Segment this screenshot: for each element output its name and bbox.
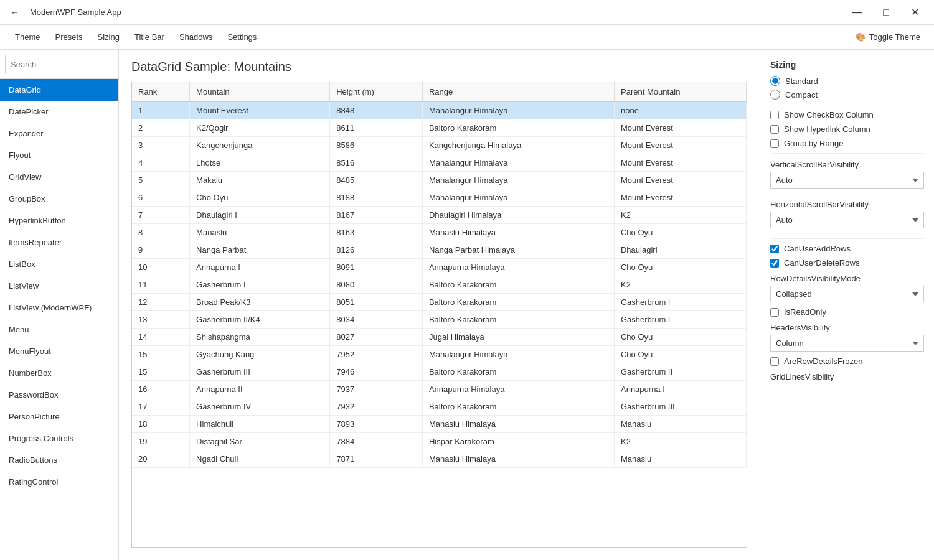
column-header-mountain[interactable]: Mountain bbox=[190, 82, 330, 102]
is-readonly-label: IsReadOnly bbox=[784, 307, 826, 317]
sidebar-item-passwordbox[interactable]: PasswordBox bbox=[0, 384, 118, 406]
table-row[interactable]: 13Gasherbrum II/K48034Baltoro KarakoramG… bbox=[132, 311, 747, 329]
cell-rank: 20 bbox=[132, 450, 190, 468]
radio-compact-input[interactable] bbox=[770, 90, 780, 100]
sidebar-item-listbox[interactable]: ListBox bbox=[0, 253, 118, 275]
cell-rank: 5 bbox=[132, 172, 190, 189]
table-row[interactable]: 1Mount Everest8848Mahalangur Himalayanon… bbox=[132, 102, 747, 119]
radio-standard[interactable]: Standard bbox=[770, 76, 924, 86]
table-row[interactable]: 15Gasherbrum III7946Baltoro KarakoramGas… bbox=[132, 363, 747, 381]
cell-mountain: Manaslu bbox=[190, 224, 330, 241]
sidebar-item-progress-controls[interactable]: Progress Controls bbox=[0, 427, 118, 449]
cell-mountain: Gasherbrum II/K4 bbox=[190, 311, 330, 329]
cell-height: 8027 bbox=[330, 329, 423, 346]
cell-rank: 9 bbox=[132, 241, 190, 259]
is-readonly-input[interactable] bbox=[770, 308, 779, 317]
headers-visibility-select[interactable]: Column Row All None bbox=[770, 335, 924, 352]
vertical-scroll-select[interactable]: Auto Visible Hidden Disabled bbox=[770, 172, 924, 189]
are-row-details-frozen-input[interactable] bbox=[770, 357, 779, 366]
menu-theme[interactable]: Theme bbox=[7, 27, 47, 47]
maximize-button[interactable]: □ bbox=[872, 2, 900, 22]
cell-range: Mahalangur Himalaya bbox=[422, 102, 614, 119]
cell-mountain: K2/Qogir bbox=[190, 119, 330, 137]
menu-titlebar[interactable]: Title Bar bbox=[127, 27, 172, 47]
sidebar-item-datepicker[interactable]: DatePicker bbox=[0, 101, 118, 123]
group-range-input[interactable] bbox=[770, 139, 779, 148]
sidebar-item-personpicture[interactable]: PersonPicture bbox=[0, 406, 118, 427]
minimize-button[interactable]: — bbox=[843, 2, 872, 22]
column-header-parent-mountain[interactable]: Parent Mountain bbox=[614, 82, 746, 102]
column-header-height--m-[interactable]: Height (m) bbox=[330, 82, 423, 102]
datagrid-scroll[interactable]: RankMountainHeight (m)RangeParent Mounta… bbox=[132, 82, 747, 547]
checkbox-are-row-details-frozen[interactable]: AreRowDetailsFrozen bbox=[770, 357, 924, 366]
table-row[interactable]: 19Distaghil Sar7884Hispar KarakoramK2 bbox=[132, 433, 747, 450]
can-delete-rows-input[interactable] bbox=[770, 259, 779, 268]
table-row[interactable]: 2K2/Qogir8611Baltoro KarakoramMount Ever… bbox=[132, 119, 747, 137]
table-row[interactable]: 20Ngadi Chuli7871Manaslu HimalayaManaslu bbox=[132, 450, 747, 468]
sidebar-item-listview-modernwpf[interactable]: ListView (ModernWPF) bbox=[0, 297, 118, 319]
menu-settings[interactable]: Settings bbox=[220, 27, 264, 47]
close-button[interactable]: ✕ bbox=[900, 2, 929, 22]
sidebar-item-gridview[interactable]: GridView bbox=[0, 166, 118, 188]
sidebar-item-expander[interactable]: Expander bbox=[0, 123, 118, 144]
checkbox-show-checkbox[interactable]: Show CheckBox Column bbox=[770, 110, 924, 119]
search-box: 🔍 bbox=[0, 50, 118, 79]
table-row[interactable]: 9Nanga Parbat8126Nanga Parbat HimalayaDh… bbox=[132, 241, 747, 259]
radio-standard-input[interactable] bbox=[770, 76, 780, 86]
cell-range: Baltoro Karakoram bbox=[422, 363, 614, 381]
table-row[interactable]: 5Makalu8485Mahalangur HimalayaMount Ever… bbox=[132, 172, 747, 189]
table-row[interactable]: 10Annapurna I8091Annapurna HimalayaCho O… bbox=[132, 259, 747, 276]
table-row[interactable]: 16Annapurna II7937Annapurna HimalayaAnna… bbox=[132, 381, 747, 398]
table-row[interactable]: 8Manaslu8163Manaslu HimalayaCho Oyu bbox=[132, 224, 747, 241]
menu-shadows[interactable]: Shadows bbox=[172, 27, 220, 47]
table-row[interactable]: 17Gasherbrum IV7932Baltoro KarakoramGash… bbox=[132, 398, 747, 416]
table-row[interactable]: 18Himalchuli7893Manaslu HimalayaManaslu bbox=[132, 416, 747, 433]
show-hyperlink-input[interactable] bbox=[770, 125, 779, 134]
column-header-range[interactable]: Range bbox=[422, 82, 614, 102]
sidebar-item-ratingcontrol[interactable]: RatingControl bbox=[0, 471, 118, 493]
sidebar-item-groupbox[interactable]: GroupBox bbox=[0, 188, 118, 210]
column-header-rank[interactable]: Rank bbox=[132, 82, 190, 102]
sidebar-item-listview[interactable]: ListView bbox=[0, 275, 118, 297]
sidebar-item-menu[interactable]: Menu bbox=[0, 319, 118, 340]
cell-parent: Gasherbrum III bbox=[614, 398, 746, 416]
sidebar-item-radiobuttons[interactable]: RadioButtons bbox=[0, 449, 118, 471]
sidebar-item-hyperlinkbutton[interactable]: HyperlinkButton bbox=[0, 210, 118, 231]
table-row[interactable]: 4Lhotse8516Mahalangur HimalayaMount Ever… bbox=[132, 154, 747, 172]
cell-mountain: Makalu bbox=[190, 172, 330, 189]
cell-parent: K2 bbox=[614, 433, 746, 450]
horizontal-scroll-select[interactable]: Auto Visible Hidden Disabled bbox=[770, 212, 924, 228]
toggle-theme-button[interactable]: 🎨 Toggle Theme bbox=[849, 29, 927, 45]
show-checkbox-input[interactable] bbox=[770, 111, 779, 119]
row-details-select[interactable]: Collapsed Visible VisibleWhenSelected bbox=[770, 286, 924, 302]
menu-presets[interactable]: Presets bbox=[47, 27, 90, 47]
cell-mountain: Shishapangma bbox=[190, 329, 330, 346]
table-row[interactable]: 15Gyachung Kang7952Mahalangur HimalayaCh… bbox=[132, 346, 747, 363]
checkbox-group-range[interactable]: Group by Range bbox=[770, 139, 924, 148]
menu-sizing[interactable]: Sizing bbox=[90, 27, 127, 47]
can-add-rows-input[interactable] bbox=[770, 245, 779, 253]
cell-mountain: Dhaulagiri I bbox=[190, 207, 330, 224]
checkbox-can-delete-rows[interactable]: CanUserDeleteRows bbox=[770, 258, 924, 268]
sidebar-item-numberbox[interactable]: NumberBox bbox=[0, 362, 118, 384]
checkbox-is-readonly[interactable]: IsReadOnly bbox=[770, 307, 924, 317]
table-row[interactable]: 6Cho Oyu8188Mahalangur HimalayaMount Eve… bbox=[132, 189, 747, 207]
table-row[interactable]: 14Shishapangma8027Jugal HimalayaCho Oyu bbox=[132, 329, 747, 346]
checkbox-show-hyperlink[interactable]: Show Hyperlink Column bbox=[770, 124, 924, 134]
table-row[interactable]: 3Kangchenjunga8586Kangchenjunga Himalaya… bbox=[132, 137, 747, 154]
cell-height: 8516 bbox=[330, 154, 423, 172]
back-button[interactable]: ← bbox=[5, 2, 25, 22]
sidebar-item-menuflyout[interactable]: MenuFlyout bbox=[0, 340, 118, 362]
radio-compact[interactable]: Compact bbox=[770, 90, 924, 100]
search-input[interactable] bbox=[5, 55, 119, 73]
cell-height: 8611 bbox=[330, 119, 423, 137]
right-panel: Sizing Standard Compact Show CheckBox Co… bbox=[760, 50, 934, 560]
checkbox-can-add-rows[interactable]: CanUserAddRows bbox=[770, 244, 924, 253]
table-row[interactable]: 12Broad Peak/K38051Baltoro KarakoramGash… bbox=[132, 294, 747, 311]
table-row[interactable]: 11Gasherbrum I8080Baltoro KarakoramK2 bbox=[132, 276, 747, 294]
table-row[interactable]: 7Dhaulagiri I8167Dhaulagiri HimalayaK2 bbox=[132, 207, 747, 224]
sidebar-item-itemsrepeater[interactable]: ItemsRepeater bbox=[0, 231, 118, 253]
sidebar-item-datagrid[interactable]: DataGrid bbox=[0, 79, 118, 101]
sidebar-item-flyout[interactable]: Flyout bbox=[0, 144, 118, 166]
cell-parent: K2 bbox=[614, 276, 746, 294]
